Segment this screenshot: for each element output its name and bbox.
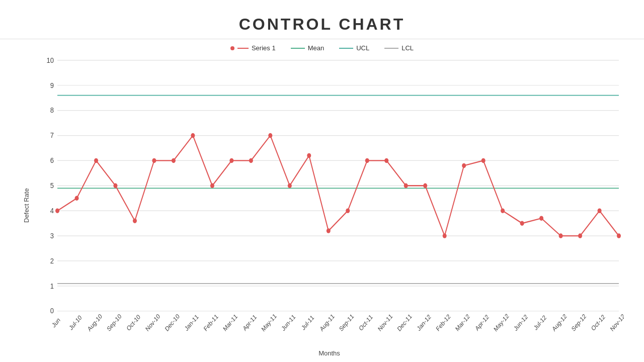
data-point-27 — [578, 233, 582, 238]
chart-container: Series 1 Mean UCL LCL Defect Rate — [0, 39, 644, 362]
chart-area: Defect Rate .grid-line { stroke: #e0e0e0… — [20, 54, 624, 357]
y-axis-label: Defect Rate — [20, 54, 32, 357]
legend-ucl-label: UCL — [356, 44, 369, 52]
data-point-14 — [327, 228, 331, 233]
legend-series1: Series 1 — [230, 44, 276, 52]
svg-text:Mar-12: Mar-12 — [454, 313, 471, 333]
data-point-10 — [249, 158, 253, 163]
data-point-29 — [617, 233, 621, 238]
data-point-8 — [210, 184, 214, 189]
data-point-17 — [384, 158, 388, 163]
svg-text:Feb-11: Feb-11 — [202, 313, 219, 333]
svg-text:7: 7 — [50, 131, 54, 139]
data-point-12 — [288, 184, 292, 189]
svg-text:Jun-11: Jun-11 — [280, 313, 297, 332]
legend-lcl: LCL — [384, 44, 414, 52]
data-point-0 — [55, 208, 59, 213]
data-point-6 — [172, 158, 176, 163]
page: CONTROL CHART Series 1 Mean UCL LCL Defe — [0, 0, 644, 362]
svg-text:Jul-12: Jul-12 — [532, 314, 547, 332]
svg-text:Nov-10: Nov-10 — [144, 312, 162, 333]
svg-text:Mar-11: Mar-11 — [222, 313, 239, 333]
svg-text:Oct-10: Oct-10 — [125, 313, 142, 332]
data-point-13 — [307, 153, 311, 158]
data-point-28 — [598, 208, 602, 213]
svg-text:Apr-11: Apr-11 — [242, 313, 258, 332]
legend: Series 1 Mean UCL LCL — [230, 44, 414, 52]
svg-text:Aug-11: Aug-11 — [318, 312, 336, 333]
data-point-1 — [75, 196, 79, 201]
data-point-23 — [501, 208, 505, 213]
svg-text:1: 1 — [50, 282, 54, 290]
data-point-25 — [539, 216, 543, 221]
data-point-5 — [152, 158, 156, 163]
data-point-22 — [481, 158, 486, 163]
data-point-2 — [94, 158, 98, 163]
data-point-26 — [559, 233, 563, 238]
svg-text:9: 9 — [50, 80, 54, 89]
series1-dot — [230, 46, 234, 50]
legend-ucl: UCL — [339, 44, 369, 52]
data-point-19 — [423, 184, 427, 189]
svg-text:Dec-11: Dec-11 — [396, 312, 413, 333]
svg-text:5: 5 — [50, 181, 54, 190]
legend-mean-label: Mean — [308, 44, 325, 52]
data-point-18 — [404, 184, 408, 189]
x-axis-label: Months — [35, 347, 624, 357]
chart-title: CONTROL CHART — [0, 15, 644, 34]
svg-text:4: 4 — [50, 206, 54, 215]
svg-text:8: 8 — [50, 106, 54, 114]
data-point-15 — [346, 208, 350, 213]
svg-text:Sep-12: Sep-12 — [570, 312, 587, 333]
svg-text:3: 3 — [50, 231, 54, 240]
svg-text:Jan-12: Jan-12 — [416, 313, 432, 332]
svg-text:Aug-12: Aug-12 — [551, 312, 568, 333]
data-point-3 — [113, 184, 117, 189]
svg-text:Apr-12: Apr-12 — [474, 313, 491, 332]
data-point-7 — [191, 133, 195, 138]
svg-text:6: 6 — [50, 156, 54, 164]
chart-svg-container: .grid-line { stroke: #e0e0e0; stroke-wid… — [35, 54, 624, 347]
data-point-4 — [133, 218, 137, 223]
svg-text:Oct-11: Oct-11 — [358, 313, 374, 332]
svg-text:2: 2 — [50, 256, 54, 265]
svg-text:Aug-10: Aug-10 — [86, 312, 103, 333]
svg-text:Feb-12: Feb-12 — [435, 313, 452, 333]
legend-lcl-label: LCL — [401, 44, 414, 52]
svg-text:Jun: Jun — [51, 316, 62, 329]
legend-series1-label: Series 1 — [252, 44, 276, 52]
svg-text:Jul-10: Jul-10 — [68, 314, 83, 332]
svg-text:Dec-10: Dec-10 — [164, 312, 181, 333]
data-point-20 — [443, 233, 447, 238]
svg-text:May-11: May-11 — [260, 312, 278, 333]
svg-text:Nov-12: Nov-12 — [609, 312, 624, 333]
data-point-9 — [229, 158, 233, 163]
svg-text:May-12: May-12 — [493, 312, 510, 333]
svg-text:Jan-11: Jan-11 — [183, 313, 200, 332]
data-point-16 — [365, 158, 369, 163]
data-point-21 — [462, 163, 466, 168]
chart-inner: .grid-line { stroke: #e0e0e0; stroke-wid… — [35, 54, 624, 357]
svg-text:0: 0 — [50, 306, 54, 315]
svg-text:10: 10 — [47, 56, 54, 64]
svg-text:Jul-11: Jul-11 — [300, 314, 315, 332]
data-point-11 — [268, 133, 272, 138]
chart-svg: .grid-line { stroke: #e0e0e0; stroke-wid… — [35, 54, 624, 347]
svg-text:Jun-12: Jun-12 — [513, 313, 529, 332]
data-point-24 — [520, 221, 524, 226]
title-section: CONTROL CHART — [0, 0, 644, 39]
svg-text:Sep-11: Sep-11 — [338, 312, 355, 333]
legend-mean: Mean — [291, 44, 325, 52]
svg-text:Sep-10: Sep-10 — [106, 312, 123, 333]
svg-text:Oct-12: Oct-12 — [590, 313, 607, 332]
svg-text:Nov-11: Nov-11 — [377, 312, 394, 333]
